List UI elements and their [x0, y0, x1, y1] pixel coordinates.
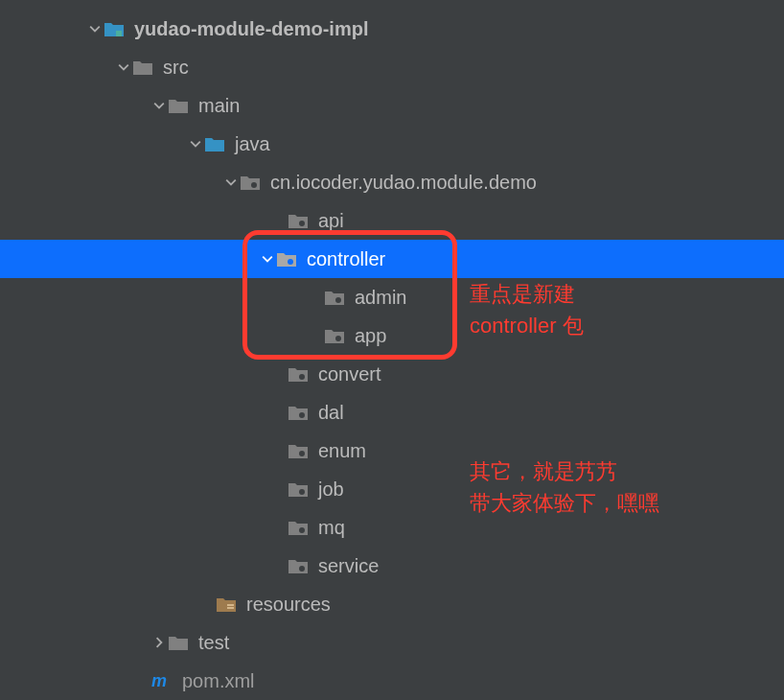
tree-item-controller[interactable]: controller	[0, 240, 784, 278]
package-icon	[288, 478, 309, 500]
chevron-down-icon[interactable]	[187, 135, 204, 152]
annotation-line: 带大家体验下，嘿嘿	[470, 487, 659, 519]
tree-item-resources[interactable]: resources	[0, 585, 784, 623]
package-icon	[288, 210, 309, 231]
project-tree: yudao-module-demo-impl src main java cn.…	[0, 0, 784, 700]
svg-point-4	[335, 297, 341, 303]
chevron-right-icon[interactable]	[150, 634, 168, 651]
resources-folder-icon	[216, 594, 237, 615]
tree-item-dal[interactable]: dal	[0, 393, 784, 432]
svg-point-8	[299, 451, 305, 456]
tree-item-label: resources	[246, 594, 331, 616]
tree-item-pom[interactable]: m pom.xml	[0, 662, 784, 700]
svg-point-6	[299, 374, 305, 380]
svg-point-3	[288, 259, 293, 265]
annotation-line: 其它，就是艿艿	[470, 455, 659, 487]
annotation-line: controller 包	[470, 310, 584, 341]
tree-item-convert[interactable]: convert	[0, 355, 784, 393]
package-icon	[324, 325, 345, 346]
package-icon	[324, 287, 345, 308]
tree-item-label: cn.iocoder.yudao.module.demo	[270, 172, 537, 194]
tree-item-admin[interactable]: admin	[0, 278, 784, 316]
svg-rect-12	[227, 604, 234, 606]
tree-item-module-root[interactable]: yudao-module-demo-impl	[0, 10, 784, 48]
package-icon	[240, 172, 261, 193]
package-icon	[288, 402, 309, 423]
chevron-down-icon[interactable]	[150, 97, 168, 114]
chevron-down-icon[interactable]	[222, 174, 240, 191]
tree-item-label: service	[318, 555, 379, 577]
folder-icon	[168, 632, 189, 653]
svg-point-11	[299, 566, 305, 572]
package-icon	[288, 517, 309, 538]
tree-item-enum[interactable]: enum	[0, 432, 784, 470]
tree-item-label: test	[198, 632, 229, 654]
folder-icon	[168, 95, 189, 116]
svg-point-5	[335, 336, 341, 341]
chevron-down-icon[interactable]	[115, 58, 132, 76]
tree-item-label: admin	[355, 287, 406, 309]
svg-rect-0	[116, 31, 122, 36]
annotation-text-2: 其它，就是艿艿 带大家体验下，嘿嘿	[470, 455, 659, 519]
tree-item-mq[interactable]: mq	[0, 508, 784, 547]
tree-item-label: convert	[318, 363, 381, 385]
tree-item-label: pom.xml	[182, 670, 255, 692]
folder-icon	[132, 57, 153, 78]
package-icon	[288, 440, 309, 461]
tree-item-label: src	[163, 57, 189, 79]
tree-item-label: dal	[318, 402, 344, 424]
tree-item-java[interactable]: java	[0, 125, 784, 163]
package-icon	[288, 363, 309, 385]
svg-point-10	[299, 527, 305, 533]
chevron-down-icon[interactable]	[259, 250, 276, 268]
tree-item-api[interactable]: api	[0, 201, 784, 240]
tree-item-label: main	[198, 95, 240, 117]
tree-item-label: mq	[318, 517, 345, 539]
tree-item-src[interactable]: src	[0, 48, 784, 86]
package-icon	[288, 555, 309, 576]
tree-item-label: job	[318, 478, 344, 501]
maven-file-icon: m	[151, 670, 173, 691]
svg-rect-13	[227, 607, 234, 609]
tree-item-label: controller	[307, 248, 385, 270]
svg-point-2	[299, 221, 305, 226]
module-folder-icon	[104, 18, 125, 39]
tree-item-label: api	[318, 210, 344, 232]
svg-point-1	[251, 182, 257, 188]
tree-item-package-root[interactable]: cn.iocoder.yudao.module.demo	[0, 163, 784, 201]
tree-item-label: enum	[318, 440, 366, 462]
tree-item-job[interactable]: job	[0, 470, 784, 508]
chevron-down-icon[interactable]	[86, 20, 104, 37]
tree-item-label: app	[355, 325, 386, 347]
svg-point-9	[299, 489, 305, 495]
svg-text:m: m	[151, 671, 167, 690]
package-icon	[276, 248, 297, 269]
annotation-text-1: 重点是新建 controller 包	[470, 278, 584, 341]
tree-item-app[interactable]: app	[0, 316, 784, 355]
annotation-line: 重点是新建	[470, 278, 584, 310]
tree-item-label: java	[235, 133, 270, 155]
source-folder-icon	[204, 133, 225, 154]
tree-item-service[interactable]: service	[0, 547, 784, 585]
svg-point-7	[299, 412, 305, 418]
tree-item-main[interactable]: main	[0, 86, 784, 125]
tree-item-label: yudao-module-demo-impl	[134, 18, 368, 40]
tree-item-test[interactable]: test	[0, 623, 784, 662]
